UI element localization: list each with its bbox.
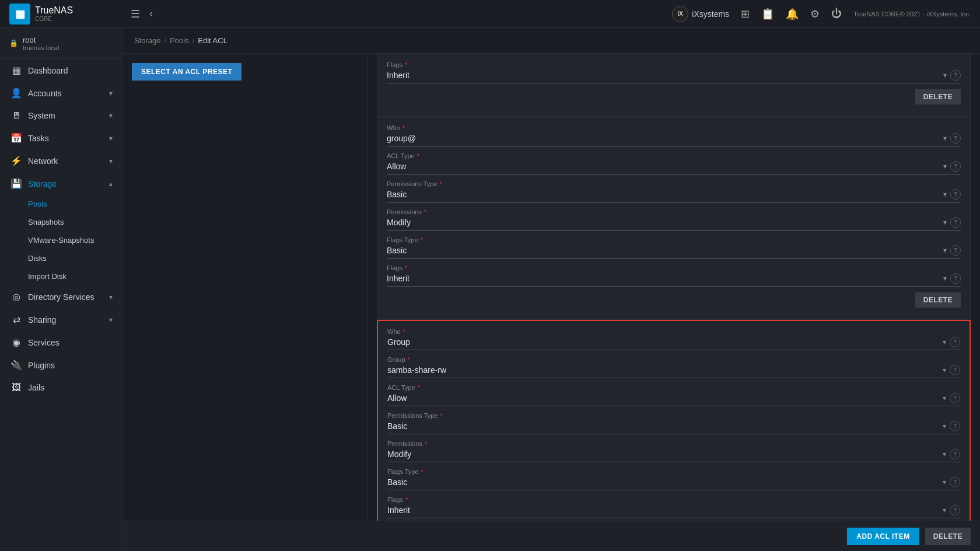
sidebar-sub-disks[interactable]: Disks bbox=[0, 249, 122, 267]
breadcrumb-pools[interactable]: Pools bbox=[170, 36, 189, 45]
sidebar-item-services[interactable]: ◉ Services bbox=[0, 331, 122, 354]
required-star: * bbox=[405, 61, 407, 68]
flags-type-select-wrapper-3: Basic Advanced ▾ ? bbox=[387, 477, 960, 490]
tasks-icon: 📅 bbox=[9, 132, 23, 144]
permissions-type-label-2: Permissions Type * bbox=[387, 180, 961, 187]
acl-type-label-3: ACL Type * bbox=[387, 384, 960, 391]
sidebar-item-label: Accounts bbox=[28, 89, 62, 98]
flags-type-select-2[interactable]: Basic Advanced bbox=[387, 246, 941, 255]
required-star: * bbox=[421, 236, 423, 243]
copyright-text: TrueNAS CORE© 2021 - iXSystems, Inc. bbox=[853, 11, 971, 18]
sidebar-sub-import-disk[interactable]: Import Disk bbox=[0, 267, 122, 285]
required-star: * bbox=[440, 180, 442, 187]
sidebar: 🔒 root truenas.local ▦ Dashboard 👤 Accou… bbox=[0, 28, 123, 551]
sidebar-sub-label: Snapshots bbox=[28, 218, 64, 226]
help-icon[interactable]: ? bbox=[950, 393, 960, 403]
acl-type-select-3[interactable]: Allow Deny bbox=[387, 393, 940, 403]
sidebar-item-jails[interactable]: 🖼 Jails bbox=[0, 376, 122, 399]
help-icon[interactable]: ? bbox=[950, 421, 960, 431]
breadcrumb: Storage / Pools / Edit ACL bbox=[123, 28, 980, 54]
permissions-select-2[interactable]: Modify Read Full Control bbox=[387, 218, 941, 227]
help-icon[interactable]: ? bbox=[950, 70, 961, 81]
sidebar-item-system[interactable]: 🖥 System ▾ bbox=[0, 104, 122, 127]
help-icon[interactable]: ? bbox=[950, 477, 960, 487]
chevron-down-icon: ▾ bbox=[943, 274, 947, 283]
gear-icon[interactable]: ⚙ bbox=[810, 8, 820, 20]
sidebar-item-storage[interactable]: 💾 Storage ▴ bbox=[0, 172, 122, 195]
acl-type-select-2[interactable]: Allow Deny bbox=[387, 162, 941, 171]
delete-button-2[interactable]: DELETE bbox=[915, 292, 961, 308]
logo-name: TrueNAS bbox=[35, 5, 73, 15]
flags-select-2[interactable]: Inherit No Inherit bbox=[387, 274, 941, 283]
who-select-3[interactable]: Group User group@ user@ everyone@ bbox=[387, 337, 940, 347]
add-acl-item-button[interactable]: ADD ACL ITEM bbox=[847, 528, 919, 545]
field-flags-3: Flags * Inherit No Inherit ▾ ? bbox=[387, 496, 960, 518]
sidebar-item-directory-services[interactable]: ◎ Directory Services ▾ bbox=[0, 285, 122, 308]
delete-bottom-button[interactable]: DELETE bbox=[925, 528, 971, 545]
permissions-type-select-2[interactable]: Basic Advanced bbox=[387, 190, 941, 199]
help-icon[interactable]: ? bbox=[950, 337, 960, 347]
field-permissions-3: Permissions * Modify Read Full Control ▾… bbox=[387, 440, 960, 462]
sidebar-item-accounts[interactable]: 👤 Accounts ▾ bbox=[0, 82, 122, 104]
grid-icon[interactable]: ⊞ bbox=[741, 8, 750, 20]
required-star: * bbox=[440, 412, 443, 419]
field-flags-type-3: Flags Type * Basic Advanced ▾ ? bbox=[387, 468, 960, 490]
select-acl-preset-button[interactable]: SELECT AN ACL PRESET bbox=[132, 63, 242, 81]
power-icon[interactable]: ⏻ bbox=[831, 8, 842, 20]
chevron-down-icon: ▾ bbox=[109, 89, 113, 97]
topbar-brand: iX iXsystems bbox=[672, 6, 729, 22]
required-star: * bbox=[403, 328, 405, 335]
flags-select-wrapper-3: Inherit No Inherit ▾ ? bbox=[387, 505, 960, 518]
chevron-down-icon: ▾ bbox=[943, 71, 947, 79]
bell-icon[interactable]: 🔔 bbox=[786, 8, 799, 20]
sidebar-sub-snapshots[interactable]: Snapshots bbox=[0, 213, 122, 231]
permissions-select-3[interactable]: Modify Read Full Control bbox=[387, 449, 940, 459]
group-input-3[interactable] bbox=[387, 365, 940, 375]
help-icon[interactable]: ? bbox=[950, 245, 961, 256]
who-select-2[interactable]: group@ user@ everyone@ Group User bbox=[387, 134, 941, 143]
flags-select-3[interactable]: Inherit No Inherit bbox=[387, 505, 940, 515]
sidebar-sub-pools[interactable]: Pools bbox=[0, 195, 122, 213]
acl-card-3: Who * Group User group@ user@ everyone@ bbox=[377, 320, 971, 521]
help-icon[interactable]: ? bbox=[950, 449, 960, 459]
flags-select-1[interactable]: Inherit No Inherit bbox=[387, 71, 941, 80]
breadcrumb-sep-1: / bbox=[164, 36, 167, 45]
back-arrow-icon[interactable]: ‹ bbox=[149, 8, 153, 20]
acl-type-select-wrapper-3: Allow Deny ▾ ? bbox=[387, 393, 960, 406]
help-icon[interactable]: ? bbox=[950, 217, 961, 228]
chevron-down-icon: ▾ bbox=[943, 134, 947, 142]
network-icon: ⚡ bbox=[9, 155, 23, 166]
help-icon[interactable]: ? bbox=[950, 189, 961, 200]
sidebar-item-plugins[interactable]: 🔌 Plugins bbox=[0, 354, 122, 376]
sidebar-item-tasks[interactable]: 📅 Tasks ▾ bbox=[0, 127, 122, 149]
layout: 🔒 root truenas.local ▦ Dashboard 👤 Accou… bbox=[0, 28, 980, 551]
flags-label-1: Flags * bbox=[387, 61, 961, 68]
plugins-icon: 🔌 bbox=[9, 360, 23, 371]
chevron-down-icon: ▾ bbox=[943, 190, 947, 198]
clipboard-icon[interactable]: 📋 bbox=[761, 8, 774, 20]
help-icon[interactable]: ? bbox=[950, 273, 961, 284]
permissions-label-2: Permissions * bbox=[387, 208, 961, 215]
required-star: * bbox=[408, 356, 410, 363]
field-who-3: Who * Group User group@ user@ everyone@ bbox=[387, 328, 960, 350]
permissions-type-select-3[interactable]: Basic Advanced bbox=[387, 421, 940, 431]
sidebar-item-dashboard[interactable]: ▦ Dashboard bbox=[0, 59, 122, 82]
sidebar-sub-vmware-snapshots[interactable]: VMware-Snapshots bbox=[0, 231, 122, 249]
breadcrumb-storage[interactable]: Storage bbox=[134, 36, 161, 45]
who-select-wrapper-2: group@ user@ everyone@ Group User ▾ ? bbox=[387, 133, 961, 147]
help-icon[interactable]: ? bbox=[950, 161, 961, 172]
logo-text-group: TrueNAS CORE bbox=[35, 5, 73, 22]
acl-type-select-wrapper-2: Allow Deny ▾ ? bbox=[387, 161, 961, 175]
left-panel: SELECT AN ACL PRESET bbox=[123, 54, 368, 521]
sidebar-item-network[interactable]: ⚡ Network ▾ bbox=[0, 149, 122, 172]
hamburger-icon[interactable]: ☰ bbox=[131, 8, 140, 20]
help-icon[interactable]: ? bbox=[950, 133, 961, 144]
delete-button-1[interactable]: DELETE bbox=[915, 89, 961, 104]
help-icon[interactable]: ? bbox=[950, 365, 960, 375]
help-icon[interactable]: ? bbox=[950, 505, 960, 515]
chevron-up-icon: ▴ bbox=[109, 180, 113, 188]
topbar-right: iX iXsystems ⊞ 📋 🔔 ⚙ ⏻ TrueNAS CORE© 202… bbox=[672, 6, 971, 22]
sidebar-sub-label: Import Disk bbox=[28, 272, 66, 281]
sidebar-item-sharing[interactable]: ⇄ Sharing ▾ bbox=[0, 308, 122, 331]
flags-type-select-3[interactable]: Basic Advanced bbox=[387, 477, 940, 487]
